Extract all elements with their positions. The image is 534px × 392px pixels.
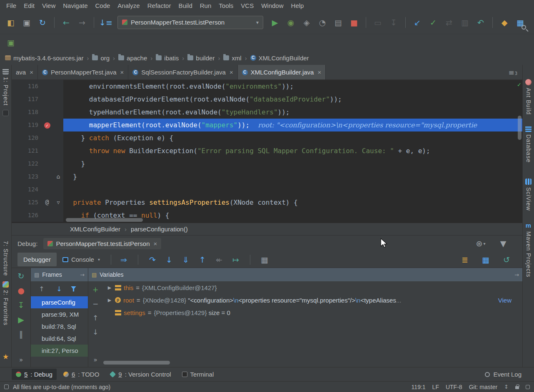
sync-status-icon[interactable]: ↕ (504, 384, 509, 390)
code-text[interactable]: environmentsElement(root.evalNode("envir… (63, 80, 522, 93)
variable-row[interactable]: ▶this = {XMLConfigBuilder@1427} (102, 281, 522, 294)
code-line[interactable]: 118 typeHandlerElement(root.evalNode("ty… (12, 106, 522, 119)
more-actions-icon[interactable]: » (93, 356, 97, 364)
run-dashboard-icon[interactable]: ▣ (3, 36, 18, 49)
tool-button-star[interactable]: ★ (2, 352, 9, 361)
menu-code[interactable]: Code (91, 1, 114, 10)
breadcrumb-method[interactable]: parseConfiguration() (131, 226, 188, 233)
breadcrumb-item[interactable]: builder (187, 55, 215, 62)
code-line[interactable]: 124 (12, 183, 522, 196)
code-text[interactable]: mapperElement(root.evalNode("mappers"));… (63, 119, 522, 131)
tabs-list-icon[interactable]: ≡3 (508, 65, 522, 79)
stack-frame[interactable]: parse:99, XM (31, 308, 88, 320)
stop-icon[interactable]: ● (14, 285, 29, 296)
search-everywhere-icon[interactable] (522, 25, 531, 34)
editor-horizontal-scrollbar[interactable] (66, 218, 143, 222)
pin-icon[interactable]: → (514, 272, 519, 278)
run-icon[interactable]: ▶ (267, 16, 282, 29)
settings-gear-icon[interactable]: ⊛▾ (473, 237, 488, 250)
variables-scrollbar[interactable] (103, 361, 170, 365)
open-project-icon[interactable]: ◧ (3, 16, 18, 29)
code-line[interactable]: 120 } catch (Exception e) { (12, 131, 522, 144)
vcs-history-icon[interactable]: ▥ (457, 16, 472, 29)
sort-icon[interactable]: ↓≡ (98, 16, 113, 29)
rerun-icon[interactable]: ↻ (14, 270, 29, 281)
move-watch-down-icon[interactable]: ↓ (90, 327, 100, 337)
run-config-select[interactable]: PersonMapperTest.testListPerson▾ (117, 16, 263, 29)
code-line[interactable]: 119✓ mapperElement(root.evalNode("mapper… (12, 119, 522, 131)
tool-button-database[interactable]: Database (525, 126, 532, 163)
breadcrumb-item[interactable]: apache (118, 55, 147, 62)
show-execution-point-icon[interactable]: ⇒ (116, 253, 131, 266)
breadcrumb-item[interactable]: xml (223, 55, 241, 62)
tool-button-structure[interactable]: 7: Structure (2, 241, 9, 276)
menu-help[interactable]: Help (287, 1, 308, 10)
drop-frame-icon[interactable]: ↞ (212, 253, 227, 266)
stack-frame[interactable]: build:78, Sql (31, 320, 88, 332)
caret-position[interactable]: 119:1 (412, 384, 426, 390)
menu-analyze[interactable]: Analyze (114, 1, 143, 10)
stack-frame[interactable]: parseConfig (31, 296, 88, 308)
git-branch[interactable]: Git: master (469, 384, 497, 390)
variable-row[interactable]: ▶proot = {XNode@1428} "<configuration>\n… (102, 294, 522, 306)
menu-run[interactable]: Run (196, 1, 215, 10)
tool-button-ant[interactable]: Ant Build (525, 79, 532, 115)
debug-session-tab[interactable]: PersonMapperTest.testListPerson × (43, 238, 161, 249)
editor-tab[interactable]: CSqlSessionFactoryBuilder.java× (128, 65, 237, 79)
restore-layout-icon[interactable]: ↺ (499, 253, 514, 266)
prev-frame-icon[interactable]: ↑ (36, 284, 47, 294)
run-to-cursor-icon[interactable]: ↧ (14, 300, 29, 310)
step-into-icon[interactable]: ↓ (162, 253, 177, 266)
tool-button-project[interactable]: 1: Project (2, 68, 9, 106)
encoding[interactable]: UTF-8 (446, 384, 462, 390)
tool-window-tab[interactable]: 6: TODO (59, 369, 103, 380)
execution-breakpoint-icon[interactable]: ✓ (44, 122, 50, 129)
tool-button-favorites[interactable]: 2: Favorites (2, 281, 9, 325)
remove-watch-icon[interactable]: − (90, 299, 100, 309)
menu-tools[interactable]: Tools (215, 1, 237, 10)
tool-window-tab[interactable]: 5: Debug (12, 369, 57, 380)
back-icon[interactable]: ← (59, 16, 74, 29)
threads-icon[interactable]: ≣ (457, 253, 472, 266)
more-actions-icon[interactable]: » (19, 356, 23, 364)
background-tasks-icon[interactable] (526, 385, 530, 389)
project-structure-icon[interactable]: ◆ (497, 16, 512, 29)
code-text[interactable]: } (63, 157, 522, 170)
tool-window-tab[interactable]: 9: Version Control (106, 369, 175, 380)
profiler-icon[interactable]: ◔ (315, 16, 330, 29)
tool-window-tab[interactable]: Terminal (178, 369, 218, 380)
evaluate-expression-icon[interactable]: ▦ (257, 253, 272, 266)
view-link[interactable]: View (498, 297, 512, 304)
undo-icon[interactable]: ↶ (473, 16, 488, 29)
step-over-icon[interactable]: ↷ (145, 253, 160, 266)
close-icon[interactable]: × (154, 240, 157, 247)
scrollbar-thumb[interactable] (518, 116, 522, 140)
menu-window[interactable]: Window (257, 1, 287, 10)
breadcrumb-class[interactable]: XMLConfigBuilder (70, 226, 120, 233)
vcs-commit-icon[interactable]: ✓ (426, 16, 441, 29)
lock-icon[interactable] (515, 386, 519, 389)
tool-button-maven[interactable]: mMaven Projects (525, 222, 532, 277)
line-ending[interactable]: LF (432, 384, 439, 390)
run-configs-icon[interactable]: ▤ (331, 16, 346, 29)
code-text[interactable]: } (63, 170, 522, 183)
code-line[interactable]: 117 databaseIdProviderElement(root.evalN… (12, 93, 522, 106)
code-text[interactable]: } catch (Exception e) { (63, 131, 522, 144)
code-text[interactable]: typeHandlerElement(root.evalNode("typeHa… (63, 106, 522, 119)
step-out-icon[interactable]: ↑ (195, 253, 210, 266)
run-to-cursor-icon[interactable]: ↦ (228, 253, 243, 266)
next-frame-icon[interactable]: ↓ (53, 284, 65, 294)
breadcrumb-item[interactable]: CXMLConfigBuilder (250, 55, 309, 62)
editor-tab[interactable]: ava× (12, 65, 38, 79)
breadcrumb-item[interactable]: ibatis (156, 55, 179, 62)
menu-view[interactable]: View (38, 1, 59, 10)
menu-refactor[interactable]: Refactor (144, 1, 175, 10)
code-line[interactable]: 122 } (12, 157, 522, 170)
coverage-icon[interactable]: ◈ (299, 16, 314, 29)
add-watch-icon[interactable]: + (90, 285, 100, 295)
stack-frame[interactable]: build:64, Sql (31, 332, 88, 345)
variable-row[interactable]: settings = {Properties@1429} size = 0 (102, 306, 522, 319)
code-line[interactable]: 116 environmentsElement(root.evalNode("e… (12, 80, 522, 93)
save-all-icon[interactable]: ▣ (19, 16, 34, 29)
expand-arrow-icon[interactable]: ▶ (107, 285, 112, 290)
